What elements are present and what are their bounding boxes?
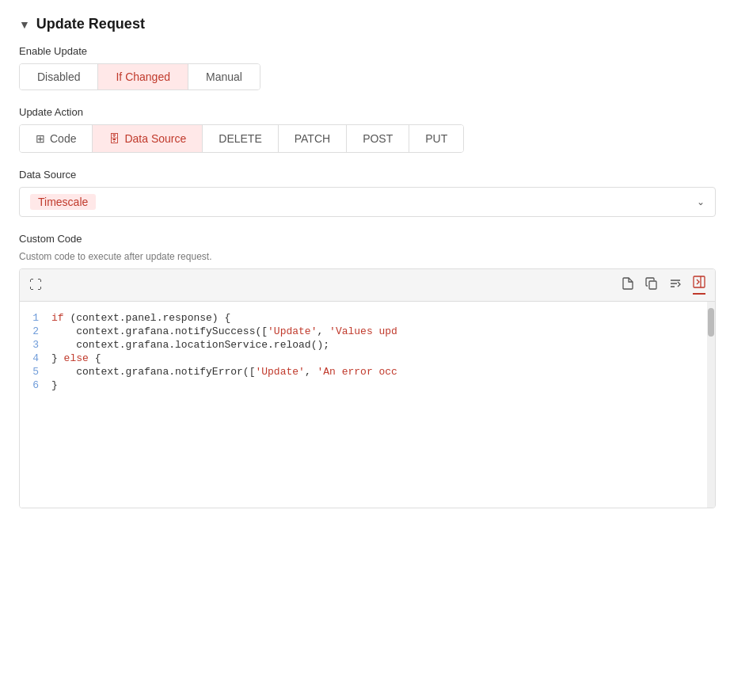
line-code-5: context.grafana.notifyError(['Update', '… (51, 366, 707, 378)
custom-code-sublabel: Custom code to execute after update requ… (19, 251, 730, 262)
custom-code-label: Custom Code (19, 233, 730, 245)
expand-icon[interactable]: ⛶ (29, 278, 42, 292)
line-code-1: if (context.panel.response) { (51, 312, 707, 324)
code-line-1: 1 if (context.panel.response) { (20, 311, 707, 325)
tab-code[interactable]: ⊞ Code (20, 125, 93, 152)
data-source-group: Data Source Timescale Timescale ⌄ (19, 169, 730, 217)
data-source-select[interactable]: Timescale (19, 187, 716, 217)
code-editor-body: 1 if (context.panel.response) { 2 contex… (20, 302, 715, 508)
line-num-2: 2 (20, 325, 51, 337)
line-num-5: 5 (20, 366, 51, 378)
code-editor-toolbar: ⛶ (20, 269, 715, 302)
line-code-4: } else { (51, 352, 707, 364)
tab-patch[interactable]: PATCH (279, 125, 347, 152)
custom-code-group: Custom Code Custom code to execute after… (19, 233, 730, 508)
update-action-group: Update Action ⊞ Code 🗄 Data Source DELET… (19, 106, 730, 153)
line-num-1: 1 (20, 312, 51, 324)
code-area[interactable]: 1 if (context.panel.response) { 2 contex… (20, 302, 707, 508)
enable-update-manual-btn[interactable]: Manual (188, 64, 260, 89)
code-line-4: 4 } else { (20, 352, 707, 365)
svg-rect-0 (649, 281, 656, 289)
code-line-5: 5 context.grafana.notifyError(['Update',… (20, 365, 707, 379)
code-editor: ⛶ (19, 268, 716, 508)
line-num-4: 4 (20, 352, 51, 364)
tab-code-label: Code (50, 132, 76, 145)
code-line-3: 3 context.grafana.locationService.reload… (20, 338, 707, 352)
vertical-scrollbar[interactable] (707, 302, 715, 508)
code-line-2: 2 context.grafana.notifySuccess(['Update… (20, 325, 707, 338)
update-action-label: Update Action (19, 106, 730, 118)
update-action-tab-group: ⊞ Code 🗄 Data Source DELETE PATCH POST P… (19, 124, 464, 153)
section-header: ▼ Update Request (19, 16, 730, 32)
code-line-6: 6 } (20, 379, 707, 392)
sort-icon[interactable] (669, 277, 682, 293)
enable-update-toggle-group: Disabled If Changed Manual (19, 63, 260, 90)
line-num-3: 3 (20, 339, 51, 351)
code-icon: ⊞ (36, 132, 45, 145)
scrollbar-thumb (708, 308, 714, 337)
tab-data-source-label: Data Source (124, 132, 186, 145)
copy-icon[interactable] (645, 277, 658, 293)
enable-update-disabled-btn[interactable]: Disabled (20, 64, 98, 89)
tab-data-source[interactable]: 🗄 Data Source (93, 125, 203, 152)
code-lines[interactable]: 1 if (context.panel.response) { 2 contex… (20, 302, 707, 508)
line-code-6: } (51, 379, 707, 391)
data-source-select-wrapper: Timescale Timescale ⌄ (19, 187, 716, 217)
tab-delete[interactable]: DELETE (203, 125, 278, 152)
tab-put[interactable]: PUT (409, 125, 463, 152)
file-icon[interactable] (622, 277, 634, 293)
enable-update-label: Enable Update (19, 45, 730, 57)
enable-update-if-changed-btn[interactable]: If Changed (98, 64, 188, 89)
tab-post[interactable]: POST (347, 125, 409, 152)
section-title: Update Request (36, 16, 145, 32)
toolbar-left: ⛶ (29, 278, 42, 292)
collapse-icon[interactable]: ▼ (19, 18, 30, 31)
enable-update-group: Enable Update Disabled If Changed Manual (19, 45, 730, 90)
line-code-2: context.grafana.notifySuccess(['Update',… (51, 325, 707, 337)
panel-icon[interactable] (693, 276, 705, 295)
line-code-3: context.grafana.locationService.reload()… (51, 339, 707, 351)
data-source-label: Data Source (19, 169, 730, 181)
line-num-6: 6 (20, 379, 51, 391)
toolbar-right (622, 276, 705, 295)
datasource-icon: 🗄 (108, 132, 120, 145)
